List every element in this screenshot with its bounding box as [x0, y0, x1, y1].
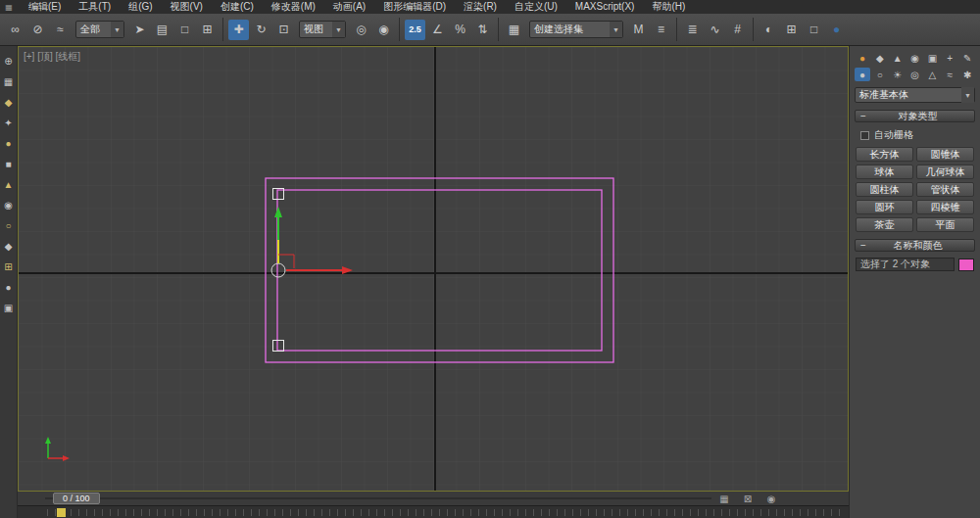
select-and-move-icon[interactable]: ✚ [228, 20, 249, 40]
app-icon[interactable]: ▦ [4, 2, 14, 12]
object-name-field[interactable]: 选择了 2 个对象 [856, 258, 955, 271]
align-icon[interactable]: ≡ [651, 20, 671, 40]
layer-manager-icon[interactable]: ≣ [682, 20, 703, 40]
viewport-label[interactable]: [+] [顶] [线框] [24, 50, 80, 64]
menu-help[interactable]: 帮助(H) [643, 0, 694, 14]
status-icon-2[interactable]: ⊠ [742, 493, 754, 504]
snap-toggle-25-icon[interactable]: 2.5 [405, 20, 425, 40]
object-color-swatch[interactable] [958, 259, 974, 271]
status-icon-1[interactable]: ▦ [718, 493, 730, 504]
plane-button[interactable]: 平面 [916, 217, 974, 232]
menu-customize[interactable]: 自定义(U) [506, 0, 566, 14]
viewport-canvas[interactable] [19, 47, 848, 491]
left-dock-icon-4[interactable]: ✦ [2, 116, 16, 129]
time-slider[interactable]: 0 / 100 ▦ ⊠ ◉ [18, 492, 849, 505]
select-object-icon[interactable]: ➤ [129, 20, 150, 40]
menu-edit[interactable]: 编辑(E) [20, 0, 70, 14]
pencil-icon[interactable]: ✎ [959, 51, 975, 65]
left-dock-icon-1[interactable]: ⊕ [2, 54, 16, 68]
unlink-selection-icon[interactable]: ⊘ [27, 20, 48, 40]
sphere-button[interactable]: 球体 [856, 165, 913, 179]
reference-coordsys-dropdown[interactable]: 视图 ▼ [299, 21, 346, 38]
left-dock-icon-2[interactable]: ▦ [2, 74, 16, 88]
rect-selection-region-icon[interactable]: □ [174, 20, 195, 40]
left-dock-icon-12[interactable]: ● [2, 280, 16, 294]
left-dock-icon-7[interactable]: ▲ [2, 177, 16, 191]
viewport-top[interactable]: [+] [顶] [线框] [18, 46, 849, 492]
menu-create[interactable]: 创建(C) [212, 0, 263, 14]
select-and-rotate-icon[interactable]: ↻ [251, 20, 271, 40]
mirror-icon[interactable]: M [628, 20, 649, 40]
shapes-category-icon[interactable]: ○ [872, 68, 888, 81]
helpers-category-icon[interactable]: △ [924, 68, 940, 81]
time-slider-track[interactable] [45, 497, 711, 499]
track-bar-ticks [47, 509, 843, 516]
menu-animation[interactable]: 动画(A) [324, 0, 374, 14]
utilities-tab-icon[interactable]: + [942, 51, 957, 65]
box-button[interactable]: 长方体 [856, 147, 913, 162]
lights-category-icon[interactable]: ☀ [890, 68, 906, 81]
left-dock-icon-6[interactable]: ■ [2, 157, 16, 170]
menu-rendering[interactable]: 渲染(R) [455, 0, 506, 14]
render-production-icon[interactable]: ● [826, 20, 847, 40]
render-setup-icon[interactable]: ⊞ [781, 20, 802, 40]
cameras-category-icon[interactable]: ◎ [907, 68, 923, 81]
left-dock-icon-13[interactable]: ▣ [2, 301, 16, 314]
tube-button[interactable]: 管状体 [916, 182, 974, 197]
pyramid-button[interactable]: 四棱锥 [916, 200, 974, 214]
current-frame-marker[interactable] [57, 508, 66, 517]
percent-snap-icon[interactable]: % [450, 20, 470, 40]
window-crossing-icon[interactable]: ⊞ [197, 20, 218, 40]
material-editor-icon[interactable]: ◐ [759, 20, 779, 40]
bind-spacewarp-icon[interactable]: ≈ [50, 20, 71, 40]
time-slider-handle[interactable]: 0 / 100 [53, 493, 100, 504]
angle-snap-icon[interactable]: ∠ [427, 20, 448, 40]
select-by-name-icon[interactable]: ▤ [152, 20, 172, 40]
left-dock-icon-10[interactable]: ◆ [2, 239, 16, 253]
edit-named-sets-icon[interactable]: ▦ [504, 20, 524, 40]
menu-group[interactable]: 组(G) [120, 0, 161, 14]
viewport-grid [19, 47, 848, 491]
menu-graph-editors[interactable]: 图形编辑器(D) [374, 0, 455, 14]
hierarchy-tab-icon[interactable]: ▲ [890, 51, 906, 65]
menu-tools[interactable]: 工具(T) [70, 0, 120, 14]
autogrid-checkbox[interactable] [860, 131, 869, 140]
object-type-rollout-header[interactable]: − 对象类型 [855, 110, 975, 122]
spacewarps-category-icon[interactable]: ≈ [942, 68, 957, 81]
select-and-manipulate-icon[interactable]: ◉ [373, 20, 394, 40]
named-selection-sets-dropdown[interactable]: 创建选择集 ▼ [529, 21, 623, 38]
menu-modifiers[interactable]: 修改器(M) [263, 0, 324, 14]
track-bar[interactable] [18, 505, 849, 518]
selection-filter-dropdown[interactable]: 全部 ▼ [75, 21, 124, 38]
menu-views[interactable]: 视图(V) [162, 0, 212, 14]
chevron-down-icon: ▼ [332, 22, 345, 37]
left-dock-icon-8[interactable]: ◉ [2, 198, 16, 212]
use-center-icon[interactable]: ◎ [351, 20, 371, 40]
select-and-link-icon[interactable]: ∞ [5, 20, 25, 40]
motion-tab-icon[interactable]: ◉ [907, 51, 923, 65]
torus-button[interactable]: 圆环 [856, 200, 913, 214]
create-tab-icon[interactable]: ● [855, 51, 870, 65]
primitive-category-dropdown[interactable]: 标准基本体 ▼ [855, 87, 975, 103]
modify-tab-icon[interactable]: ◆ [872, 51, 888, 65]
left-dock-icon-5[interactable]: ● [2, 136, 16, 150]
spinner-snap-icon[interactable]: ⇅ [472, 20, 493, 40]
cylinder-button[interactable]: 圆柱体 [856, 182, 913, 197]
schematic-view-icon[interactable]: # [727, 20, 748, 40]
menu-maxscript[interactable]: MAXScript(X) [566, 0, 644, 14]
left-dock-icon-9[interactable]: ○ [2, 218, 16, 232]
systems-category-icon[interactable]: ✱ [959, 68, 975, 81]
left-dock-icon-11[interactable]: ⊞ [2, 259, 16, 273]
curve-editor-icon[interactable]: ∿ [705, 20, 725, 40]
geometry-category-icon[interactable]: ● [855, 68, 870, 81]
teapot-button[interactable]: 茶壶 [856, 217, 913, 232]
geosphere-button[interactable]: 几何球体 [916, 165, 974, 179]
status-icon-3[interactable]: ◉ [765, 493, 777, 504]
select-and-scale-icon[interactable]: ⊡ [273, 20, 294, 40]
left-dock-icon-3[interactable]: ◆ [2, 95, 16, 109]
menu-bar: ▦ 编辑(E) 工具(T) 组(G) 视图(V) 创建(C) 修改器(M) 动画… [0, 0, 980, 14]
rendered-frame-icon[interactable]: □ [804, 20, 824, 40]
name-color-rollout-header[interactable]: − 名称和颜色 [855, 239, 975, 252]
display-tab-icon[interactable]: ▣ [924, 51, 940, 65]
cone-button[interactable]: 圆锥体 [916, 147, 974, 162]
